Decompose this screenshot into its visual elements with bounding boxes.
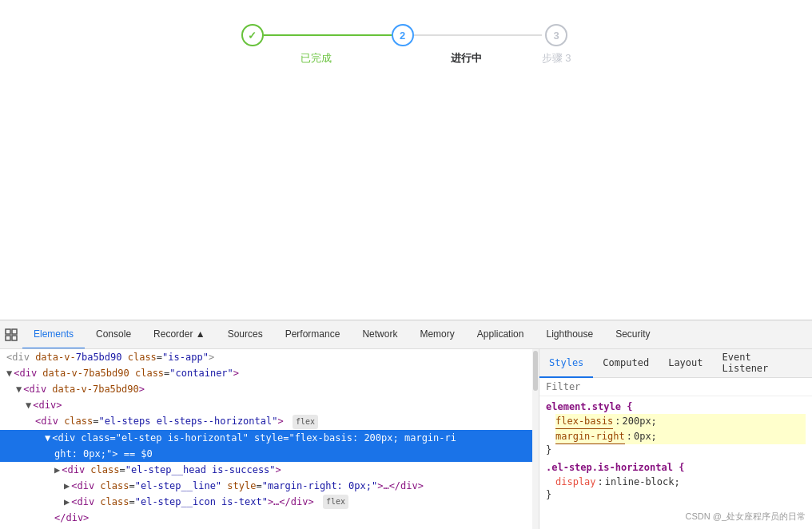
colon-1: : (615, 414, 620, 428)
step-1-icon: ✓ (241, 24, 264, 46)
style-selector-element: element.style { (546, 401, 806, 412)
page-area: ✓ 已完成 2 进行中 3 步骤 3 (0, 0, 812, 320)
step-3-header: 3 (545, 24, 567, 46)
devtools-tabbar: Elements Console Recorder ▲ Sources Perf… (0, 320, 812, 349)
dom-row-7[interactable]: ▶<div class="el-step__line" style="margi… (0, 478, 539, 494)
tab-security[interactable]: Security (604, 320, 661, 349)
style-rule-element: element.style { flex-basis : 200px; marg… (546, 401, 806, 455)
dom-row-5-cont[interactable]: ght: 0px;"> == $0 (0, 446, 539, 462)
style-block-el-step: display : inline-block; (546, 475, 806, 489)
steps-component: ✓ 已完成 2 进行中 3 步骤 3 (241, 24, 571, 66)
step-2-header: 2 (392, 24, 542, 46)
filter-input[interactable] (546, 381, 806, 392)
tab-memory[interactable]: Memory (408, 320, 465, 349)
step-2-icon: 2 (392, 24, 414, 46)
watermark: CSDN @_处女座程序员的日常 (685, 511, 806, 523)
step-3-label: 步骤 3 (542, 51, 571, 66)
step-2-line (414, 34, 542, 36)
step-3-icon: 3 (545, 24, 567, 46)
prop-display[interactable]: display (555, 475, 596, 489)
step-2: 2 进行中 (392, 24, 542, 66)
step-2-label: 进行中 (451, 51, 482, 66)
dom-row-9[interactable]: </div> (0, 510, 539, 526)
tab-performance[interactable]: Performance (274, 320, 352, 349)
prop-flex-basis[interactable]: flex-basis (555, 414, 613, 429)
dom-row-4[interactable]: <div class="el-steps el-steps--horizonta… (0, 413, 539, 430)
colon-2: : (627, 429, 632, 443)
devtools-content: <div data-v-7ba5bd90 class="is-app"> ▼<d… (0, 349, 812, 529)
value-margin-right[interactable]: 0px; (634, 429, 657, 443)
step-3: 3 步骤 3 (542, 24, 571, 66)
dom-row-1[interactable]: ▼<div data-v-7ba5bd90 class="container"> (0, 365, 539, 381)
dom-row-3[interactable]: ▼<div> (0, 397, 539, 413)
colon-3: : (598, 475, 603, 489)
style-line-display: display : inline-block; (555, 475, 806, 489)
svg-rect-1 (12, 329, 17, 334)
value-flex-basis[interactable]: 200px; (622, 414, 656, 428)
dom-row-8[interactable]: ▶<div class="el-step__icon is-text">…</d… (0, 494, 539, 511)
dom-row-6[interactable]: ▶<div class="el-step__head is-success"> (0, 462, 539, 478)
styles-tab-layout[interactable]: Layout (659, 349, 712, 378)
tab-recorder[interactable]: Recorder ▲ (142, 320, 217, 349)
value-display[interactable]: inline-block; (605, 475, 680, 489)
tab-lighthouse[interactable]: Lighthouse (535, 320, 604, 349)
style-line-margin-right: margin-right : 0px; (555, 429, 806, 444)
styles-tabs: Styles Computed Layout Event Listener (539, 349, 812, 378)
dom-scroll-thumb[interactable] (533, 351, 538, 391)
filter-bar (539, 378, 812, 396)
svg-rect-3 (12, 336, 17, 340)
step-1-line (264, 34, 392, 36)
step-1-label: 已完成 (301, 51, 332, 66)
styles-panel: Styles Computed Layout Event Listener el… (539, 349, 812, 529)
svg-rect-2 (6, 336, 10, 340)
style-block-element: flex-basis : 200px; margin-right : 0px; (546, 414, 806, 444)
style-selector-el-step: .el-step.is-horizontal { (546, 462, 806, 473)
dom-row-0[interactable]: <div data-v-7ba5bd90 class="is-app"> (0, 349, 539, 365)
styles-content: element.style { flex-basis : 200px; marg… (539, 396, 812, 511)
devtools-icon (3, 327, 19, 343)
step-1: ✓ 已完成 (241, 24, 392, 66)
tab-elements[interactable]: Elements (22, 320, 85, 349)
dom-panel[interactable]: <div data-v-7ba5bd90 class="is-app"> ▼<d… (0, 349, 539, 529)
page-wrapper: ✓ 已完成 2 进行中 3 步骤 3 (0, 0, 812, 529)
tab-console[interactable]: Console (85, 320, 142, 349)
tab-sources[interactable]: Sources (217, 320, 274, 349)
devtools-panel: Elements Console Recorder ▲ Sources Perf… (0, 320, 812, 529)
style-close-1: } (546, 444, 806, 455)
dom-row-2[interactable]: ▼<div data-v-7ba5bd90> (0, 381, 539, 397)
step-1-header: ✓ (241, 24, 392, 46)
style-line-flex-basis: flex-basis : 200px; (555, 414, 806, 429)
styles-tab-styles[interactable]: Styles (539, 349, 593, 378)
svg-rect-0 (6, 329, 10, 334)
style-rule-el-step: .el-step.is-horizontal { display : inlin… (546, 462, 806, 500)
tab-network[interactable]: Network (351, 320, 408, 349)
styles-tab-computed[interactable]: Computed (593, 349, 659, 378)
prop-margin-right[interactable]: margin-right (555, 429, 625, 444)
dom-row-5-selected[interactable]: ▼<div class="el-step is-horizontal" styl… (0, 430, 539, 446)
style-close-2: } (546, 489, 806, 500)
tab-application[interactable]: Application (466, 320, 535, 349)
styles-tab-event-listeners[interactable]: Event Listener (713, 349, 812, 378)
dom-scroll-indicator (532, 349, 539, 529)
